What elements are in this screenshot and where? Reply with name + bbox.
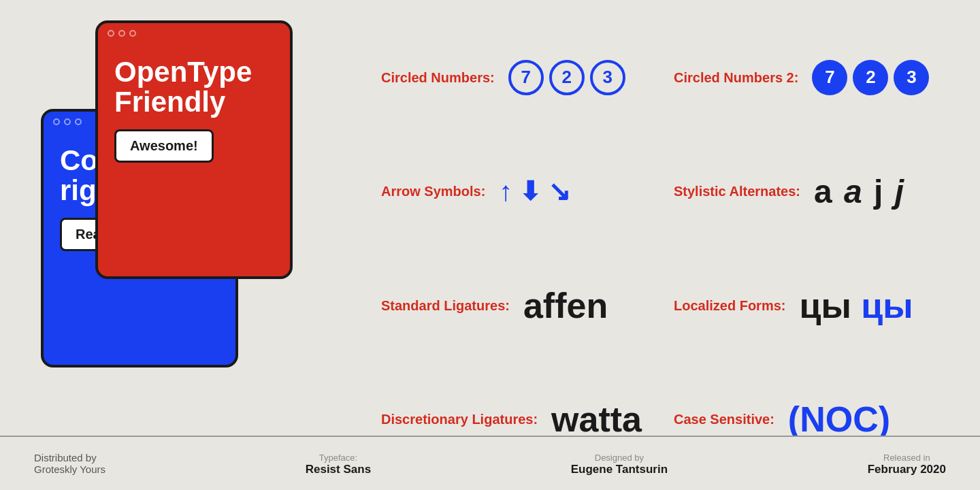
right-section: Circled Numbers: 7 2 3 Circled Numbers 2…: [340, 0, 980, 490]
localized-forms-label: Localized Forms:: [674, 297, 785, 314]
arrow-up: ↑: [499, 176, 512, 207]
case-sensitive-value: (NOC): [788, 399, 890, 440]
arrow-symbols-value: ↑ ⬇ ↘: [499, 176, 571, 207]
localized-forms-item: Localized Forms: цы цы: [660, 248, 953, 363]
standard-ligatures-label: Standard Ligatures:: [381, 297, 510, 314]
stylistic-a-alt: a: [844, 174, 874, 210]
footer-typeface: Typeface: Resist Sans: [306, 451, 371, 476]
phone-red-button[interactable]: Awesome!: [114, 129, 214, 163]
footer-released-value: February 2020: [868, 463, 946, 476]
stylistic-alternates-label: Stylistic Alternates:: [674, 183, 800, 199]
circled-num-filled-3: 3: [894, 60, 929, 95]
arrow-symbols-item: Arrow Symbols: ↑ ⬇ ↘: [368, 135, 660, 249]
stylistic-j-normal: j: [874, 174, 895, 210]
circled-numbers-value: 7 2 3: [508, 60, 625, 95]
circled-numbers2-value: 7 2 3: [812, 60, 929, 95]
standard-ligatures-item: Standard Ligatures: affen: [368, 248, 660, 363]
circled-numbers2-label: Circled Numbers 2:: [674, 69, 798, 86]
left-section: OpenType Friendly Awesome! Cool, right? …: [0, 0, 340, 449]
arrow-diagonal: ↘: [548, 176, 571, 207]
stylistic-alternates-value: a a j j: [814, 173, 905, 210]
circled-num-7: 7: [508, 60, 544, 95]
phone-dot-3: [129, 30, 136, 37]
phone-red-toolbar: [98, 23, 290, 44]
circled-num-3: 3: [590, 60, 625, 95]
circled-num-filled-2: 2: [853, 60, 888, 95]
case-sensitive-label: Case Sensitive:: [674, 411, 774, 427]
localized-dark: цы: [799, 286, 851, 325]
footer-designed-value: Eugene Tantsurin: [571, 463, 668, 476]
phone-dot-5: [64, 118, 71, 125]
circled-numbers2-item: Circled Numbers 2: 7 2 3: [660, 20, 953, 135]
main-container: OpenType Friendly Awesome! Cool, right? …: [0, 0, 980, 490]
phone-red: OpenType Friendly Awesome!: [95, 20, 293, 279]
footer-designed-label: Designed by: [595, 453, 644, 463]
phone-red-title: OpenType Friendly: [114, 57, 274, 117]
footer-distributed: Distributed by Groteskly Yours: [34, 452, 105, 475]
stylistic-j-alt: j: [895, 174, 905, 210]
phone-dot-4: [53, 118, 60, 125]
discretionary-ligatures-label: Discretionary Ligatures:: [381, 411, 538, 427]
footer-dist-brand: Groteskly Yours: [34, 463, 105, 475]
footer: Distributed by Groteskly Yours Typeface:…: [0, 436, 980, 490]
footer-typeface-value: Resist Sans: [306, 463, 371, 476]
stylistic-a-normal: a: [814, 174, 844, 210]
stylistic-alternates-item: Stylistic Alternates: a a j j: [660, 135, 953, 249]
phone-dot-1: [108, 30, 114, 37]
arrow-symbols-label: Arrow Symbols:: [381, 183, 485, 199]
phone-red-content: OpenType Friendly Awesome!: [98, 44, 290, 176]
localized-forms-value: цы цы: [799, 285, 913, 326]
localized-blue: цы: [861, 286, 913, 325]
circled-numbers-item: Circled Numbers: 7 2 3: [368, 20, 660, 135]
footer-released: Released in February 2020: [868, 451, 946, 476]
footer-designed: Designed by Eugene Tantsurin: [571, 451, 668, 476]
footer-typeface-label: Typeface:: [319, 453, 357, 463]
circled-numbers-label: Circled Numbers:: [381, 69, 495, 86]
circled-num-filled-7: 7: [812, 60, 847, 95]
phone-dot-2: [118, 30, 125, 37]
phone-dot-6: [75, 118, 82, 125]
standard-ligatures-value: affen: [523, 285, 608, 326]
circled-num-2: 2: [549, 60, 585, 95]
footer-released-label: Released in: [883, 453, 930, 463]
arrow-down-circle: ⬇: [519, 176, 541, 206]
discretionary-ligatures-value: watta: [551, 399, 642, 440]
footer-dist-label: Distributed by: [34, 452, 105, 463]
